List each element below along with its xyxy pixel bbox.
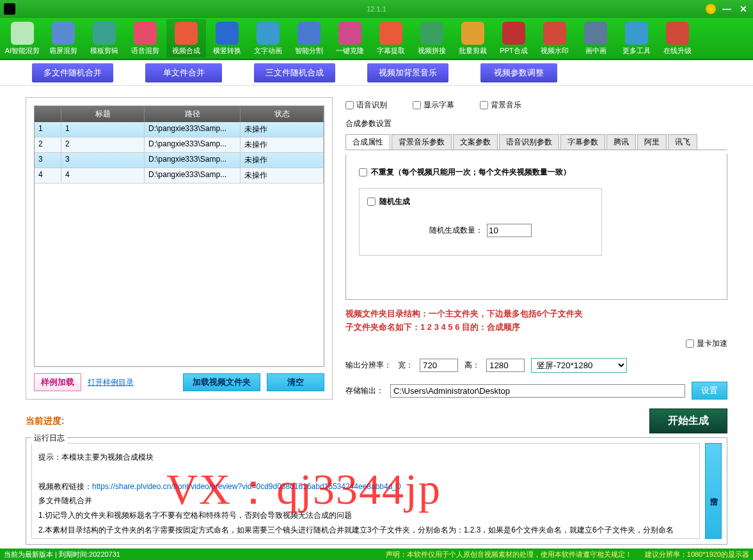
- clear-log-button[interactable]: 清空: [705, 443, 722, 539]
- table-row[interactable]: 22D:\pangxie333\Samp...未操作: [35, 137, 324, 153]
- tool-icon: [52, 22, 75, 45]
- subtab-5[interactable]: 腾讯: [606, 134, 636, 150]
- tool-icon: [461, 22, 484, 45]
- status-version: 当前为最新版本 | 到期时间:20220731: [4, 550, 120, 559]
- tool-icon: [420, 22, 443, 45]
- rand-count-input[interactable]: [487, 224, 532, 237]
- tool-icon: [297, 22, 321, 45]
- tool-11[interactable]: 批量剪裁: [453, 19, 493, 58]
- storage-path-input[interactable]: [390, 384, 685, 398]
- tool-icon: [338, 22, 361, 45]
- set-path-button[interactable]: 设置: [692, 382, 727, 400]
- tool-15[interactable]: 更多工具: [617, 19, 656, 58]
- param-tab-content: 不重复（每个视频只能用一次；每个文件夹视频数量一致） 随机生成 随机生成数量：: [345, 154, 727, 300]
- table-row[interactable]: 44D:\pangxie333\Samp...未操作: [35, 168, 324, 183]
- tool-9[interactable]: 字幕提取: [371, 19, 411, 58]
- tool-14[interactable]: 画中画: [576, 19, 615, 58]
- tool-6[interactable]: 文字动画: [248, 19, 288, 58]
- progress-label: 当前进度:: [26, 416, 65, 427]
- tool-icon: [175, 22, 198, 45]
- tool-icon: [11, 22, 34, 45]
- sample-load-button[interactable]: 样例加载: [34, 373, 81, 391]
- col-num: [35, 106, 61, 122]
- subtab-0[interactable]: 合成属性: [345, 134, 390, 150]
- tool-icon: [216, 22, 239, 45]
- main-tab-0[interactable]: 多文件随机合并: [32, 63, 113, 82]
- params-title: 合成参数设置: [345, 117, 727, 130]
- tab-bar: 多文件随机合并单文件合并三文件随机合成视频加背景音乐视频参数调整: [0, 60, 753, 86]
- tool-3[interactable]: 语音混剪: [125, 19, 165, 58]
- load-folder-button[interactable]: 加载视频文件夹: [183, 373, 260, 391]
- tool-icon: [584, 22, 607, 45]
- tool-0[interactable]: AI智能混剪: [3, 19, 42, 58]
- table-row[interactable]: 33D:\pangxie333\Samp...未操作: [35, 153, 324, 168]
- statusbar: 当前为最新版本 | 到期时间:20220731 声明：本软件仅用于个人原创音视频…: [0, 548, 753, 560]
- width-input[interactable]: [420, 359, 458, 372]
- subtab-7[interactable]: 讯飞: [668, 134, 697, 150]
- tool-icon: [502, 22, 525, 45]
- badge-icon: [706, 4, 716, 14]
- tool-icon: [257, 22, 280, 45]
- param-tabs: 合成属性背景音乐参数文案参数语音识别参数字幕参数腾讯阿里讯飞: [345, 134, 727, 150]
- titlebar: 12.1.1 — ✕: [0, 0, 753, 18]
- main-tab-2[interactable]: 三文件随机合成: [254, 63, 335, 82]
- tool-2[interactable]: 模板剪辑: [84, 19, 124, 58]
- rand-count-label: 随机生成数量：: [429, 225, 483, 236]
- gpu-check[interactable]: 显卡加速: [686, 338, 727, 349]
- tool-icon: [134, 22, 157, 45]
- main-tab-3[interactable]: 视频加背景音乐: [367, 63, 448, 82]
- height-input[interactable]: [486, 359, 525, 372]
- tool-icon: [666, 22, 689, 45]
- tool-5[interactable]: 横竖转换: [207, 19, 247, 58]
- tool-icon: [379, 22, 402, 45]
- tool-7[interactable]: 智能分割: [289, 19, 329, 58]
- preset-select[interactable]: 竖屏-720*1280: [531, 358, 627, 373]
- subtitle-check[interactable]: 显示字幕: [413, 100, 454, 111]
- col-status: 状态: [241, 106, 324, 122]
- storage-label: 存储输出：: [345, 385, 384, 396]
- log-panel: 运行日志 提示：本模块主要为视频合成模块 视频教程链接：https://shar…: [26, 437, 727, 545]
- log-text[interactable]: 提示：本模块主要为视频合成模块 视频教程链接：https://share.plv…: [31, 443, 700, 539]
- tool-4[interactable]: 视频合成: [166, 19, 206, 58]
- subtab-2[interactable]: 文案参数: [453, 134, 498, 150]
- main-toolbar: AI智能混剪霸屏混剪模板剪辑语音混剪视频合成横竖转换文字动画智能分割一键克隆字幕…: [0, 18, 753, 60]
- clear-list-button[interactable]: 清空: [267, 373, 324, 391]
- tool-icon: [625, 22, 648, 45]
- minimize-button[interactable]: —: [721, 3, 733, 15]
- file-table: 标题 路径 状态 11D:\pangxie333\Samp...未操作22D:\…: [34, 105, 324, 367]
- tool-icon: [543, 22, 566, 45]
- main-tab-1[interactable]: 单文件合并: [145, 63, 222, 82]
- col-path: 路径: [145, 106, 241, 122]
- version-label: 12.1.1: [367, 5, 386, 13]
- voice-check[interactable]: 语音识别: [345, 100, 387, 111]
- folder-hint: 视频文件夹目录结构：一个主文件夹，下边最多包括6个子文件夹 子文件夹命名如下：1…: [345, 307, 727, 334]
- tool-icon: [93, 22, 116, 45]
- open-sample-dir-link[interactable]: 打开样例目录: [88, 377, 134, 388]
- start-button[interactable]: 开始生成: [649, 408, 727, 433]
- subtab-3[interactable]: 语音识别参数: [499, 134, 559, 150]
- tool-12[interactable]: PPT合成: [494, 19, 534, 58]
- main-tab-4[interactable]: 视频参数调整: [480, 63, 557, 82]
- settings-panel: 语音识别 显示字幕 背景音乐 合成参数设置 合成属性背景音乐参数文案参数语音识别…: [345, 97, 727, 400]
- random-gen-check[interactable]: [367, 198, 376, 206]
- tool-16[interactable]: 在线升级: [658, 19, 697, 58]
- tool-1[interactable]: 霸屏混剪: [44, 19, 83, 58]
- tool-10[interactable]: 视频拼接: [412, 19, 452, 58]
- tutorial-link[interactable]: https://share.plvideo.cn/front/video/pre…: [92, 482, 401, 491]
- log-legend: 运行日志: [31, 433, 67, 444]
- no-repeat-check[interactable]: [359, 168, 367, 176]
- subtab-4[interactable]: 字幕参数: [560, 134, 605, 150]
- tool-8[interactable]: 一键克隆: [330, 19, 370, 58]
- tool-13[interactable]: 视频水印: [535, 19, 575, 58]
- close-button[interactable]: ✕: [738, 3, 749, 15]
- bgm-check[interactable]: 背景音乐: [480, 100, 521, 111]
- res-label: 输出分辨率：: [345, 360, 392, 371]
- col-title: 标题: [61, 106, 145, 122]
- subtab-1[interactable]: 背景音乐参数: [392, 134, 452, 150]
- file-list-panel: 标题 路径 状态 11D:\pangxie333\Samp...未操作22D:\…: [26, 97, 333, 400]
- app-logo-icon: [4, 3, 15, 15]
- subtab-6[interactable]: 阿里: [637, 134, 667, 150]
- table-row[interactable]: 11D:\pangxie333\Samp...未操作: [35, 122, 324, 137]
